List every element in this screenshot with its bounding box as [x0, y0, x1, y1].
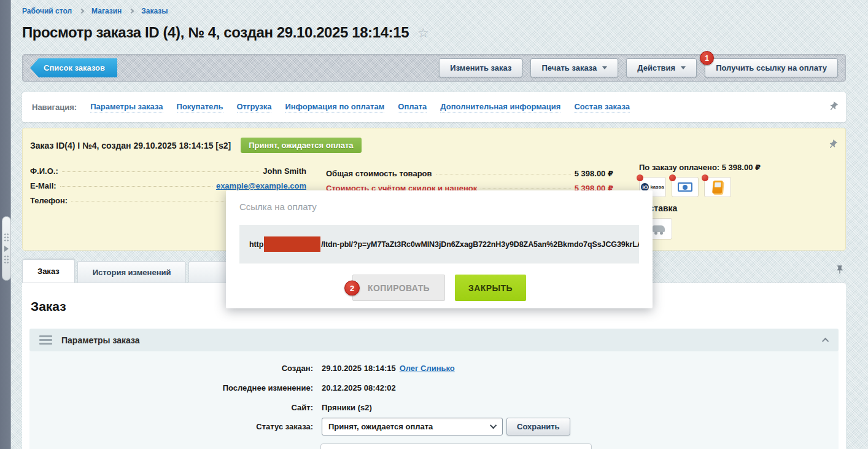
order-status-badge: Принят, ожидается оплата — [241, 138, 361, 153]
page-title: Просмотр заказа ID (4), № 4, создан 29.1… — [22, 24, 409, 41]
total-row-goods: Общая стоимость товаров 5 398.00 ₽ — [326, 169, 613, 178]
order-status-select[interactable]: Принят, ожидается оплата — [322, 418, 503, 435]
row-value: Пряники (s2) — [322, 403, 372, 412]
pin-icon[interactable] — [827, 139, 838, 150]
breadcrumb-shop[interactable]: Магазин — [91, 7, 122, 15]
redacted-domain-block — [264, 236, 320, 252]
get-payment-link-label: Получить ссылку на оплату — [716, 63, 827, 72]
dotted-leader — [436, 174, 571, 174]
order-params-body: Создан: 29.10.2025 18:14:15 Олег Слинько… — [29, 351, 839, 449]
caret-down-icon — [602, 66, 607, 69]
tab-change-history[interactable]: История изменений — [77, 261, 187, 283]
row-label: Статус заказа: — [29, 422, 313, 431]
delivery-icon — [653, 225, 665, 232]
field-value: John Smith — [263, 166, 306, 176]
row-created: Создан: 29.10.2025 18:14:15 Олег Слинько — [29, 364, 839, 373]
nav-link-order-contents[interactable]: Состав заказа — [574, 102, 630, 112]
field-label: Телефон: — [30, 196, 68, 205]
nav-link-additional-info[interactable]: Дополнительная информация — [440, 102, 560, 112]
payment-url-box[interactable]: http/ltdn-pbl/?p=yM7TaZt3Rc0wMIN3jDn6Zxa… — [239, 225, 639, 264]
close-modal-button[interactable]: ЗАКРЫТЬ — [455, 275, 526, 301]
expand-arrow-icon — [4, 246, 9, 252]
sidebar-expand-handle[interactable] — [2, 216, 11, 281]
field-label: E-Mail: — [30, 181, 56, 190]
get-payment-link-button[interactable]: 1 Получить ссылку на оплату — [705, 58, 838, 77]
actions-button[interactable]: Действия — [626, 58, 697, 77]
row-order-status: Статус заказа: Принят, ожидается оплата … — [29, 418, 839, 435]
contact-row-name: Ф.И.О.: John Smith — [30, 166, 306, 176]
breadcrumb-desktop[interactable]: Рабочий стол — [22, 7, 72, 15]
step-badge-1: 1 — [700, 51, 714, 65]
email-link[interactable]: example@example.com — [216, 181, 306, 190]
breadcrumb-orders[interactable]: Заказы — [141, 7, 168, 15]
breadcrumb: Рабочий стол Магазин Заказы — [22, 7, 168, 15]
step-badge-2: 2 — [344, 280, 360, 295]
drag-handle-icon[interactable] — [39, 335, 52, 345]
modal-title: Ссылка на оплату — [239, 201, 317, 212]
tab-order[interactable]: Заказ — [22, 259, 75, 283]
grip-dots — [4, 255, 9, 265]
edit-order-button[interactable]: Изменить заказ — [439, 58, 522, 77]
red-dot-indicator — [637, 174, 643, 181]
print-order-button[interactable]: Печать заказа — [530, 58, 618, 77]
total-label: Общая стоимость товаров — [326, 169, 432, 178]
red-dot-indicator — [702, 174, 708, 181]
anchor-navigation: Навигация: Параметры заказа Покупатель О… — [22, 92, 846, 122]
save-status-button[interactable]: Сохранить — [506, 418, 570, 435]
order-status-selected-value: Принят, ожидается оплата — [328, 422, 433, 431]
pin-icon[interactable] — [835, 265, 845, 275]
edit-order-label: Изменить заказ — [450, 63, 511, 72]
toolbar: Список заказов Изменить заказ Печать зак… — [22, 54, 846, 82]
nav-link-payment[interactable]: Оплата — [398, 102, 427, 112]
next-field-box[interactable] — [320, 443, 592, 449]
contact-row-email: E-Mail: example@example.com — [30, 181, 306, 190]
left-sidebar-rail — [0, 0, 11, 449]
row-label: Сайт: — [29, 403, 313, 412]
nav-link-payment-info[interactable]: Информация по оплатам — [285, 102, 384, 112]
row-label: Создан: — [29, 364, 313, 373]
actions-label: Действия — [637, 63, 675, 72]
cash-icon — [678, 182, 692, 192]
nav-link-buyer[interactable]: Покупатель — [177, 102, 223, 112]
order-section-heading: Заказ — [31, 299, 66, 314]
payment-url-prefix: http — [249, 240, 263, 249]
chevron-down-icon — [490, 422, 497, 429]
field-label: Ф.И.О.: — [30, 166, 58, 176]
print-order-label: Печать заказа — [541, 63, 597, 72]
payment-url-path: /ltdn-pbl/?p=yM7TaZt3Rc0wMIN3jDn6ZxagB72… — [321, 240, 639, 249]
chevron-right-icon — [129, 8, 134, 13]
collapse-chevron-icon[interactable] — [822, 337, 829, 344]
payment-method-terminal[interactable] — [704, 177, 731, 197]
row-value: 29.10.2025 18:14:15 — [322, 364, 396, 373]
terminal-icon — [712, 181, 723, 193]
order-summary-title: Заказ ID(4) I №4, создан 29.10.2025 18:1… — [30, 141, 231, 150]
payment-link-modal: Ссылка на оплату http/ltdn-pbl/?p=yM7TaZ… — [226, 190, 653, 308]
yookassa-label: kassa — [650, 184, 664, 190]
order-params-section-header: Параметры заказа — [29, 329, 839, 351]
nav-link-order-params[interactable]: Параметры заказа — [90, 102, 163, 112]
dotted-leader — [62, 171, 260, 172]
payment-method-cash[interactable] — [672, 177, 699, 197]
navigation-label: Навигация: — [32, 103, 77, 112]
row-label: Последнее изменение: — [29, 383, 313, 392]
dotted-leader — [60, 186, 212, 187]
row-value: 20.12.2025 08:42:02 — [322, 383, 396, 392]
total-value: 5 398.00 ₽ — [575, 169, 613, 178]
orders-list-button[interactable]: Список заказов — [30, 58, 117, 77]
caret-down-icon — [681, 66, 686, 69]
copy-link-button[interactable]: КОПИРОВАТЬ — [352, 275, 445, 301]
paid-amount-label: По заказу оплачено: 5 398.00 ₽ — [639, 163, 842, 172]
nav-link-shipment[interactable]: Отгрузка — [237, 102, 272, 112]
row-site: Сайт: Пряники (s2) — [29, 403, 839, 412]
chevron-right-icon — [79, 8, 84, 13]
grip-dots — [4, 233, 9, 243]
red-dot-indicator — [669, 174, 676, 181]
created-by-user-link[interactable]: Олег Слинько — [400, 364, 455, 373]
order-params-title: Параметры заказа — [61, 335, 139, 345]
row-last-modified: Последнее изменение: 20.12.2025 08:42:02 — [29, 383, 839, 392]
favorite-star-icon[interactable]: ☆ — [417, 26, 429, 39]
dotted-leader — [481, 189, 571, 189]
pin-icon[interactable] — [828, 101, 839, 112]
